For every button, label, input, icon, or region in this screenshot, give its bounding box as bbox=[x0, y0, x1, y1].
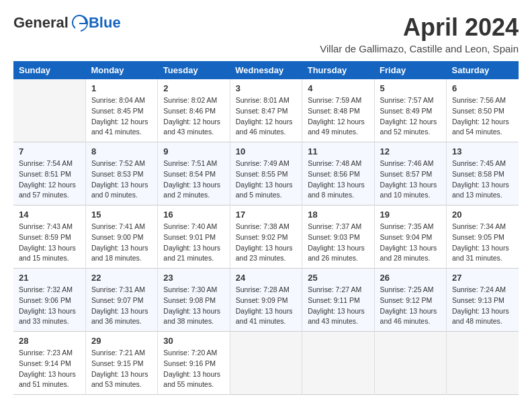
page-header: General Blue April 2024 Villar de Gallim… bbox=[13, 13, 519, 54]
day-number: 24 bbox=[236, 273, 296, 283]
day-info: Sunrise: 7:49 AM Sunset: 8:55 PM Dayligh… bbox=[236, 158, 296, 201]
day-info: Sunrise: 7:51 AM Sunset: 8:54 PM Dayligh… bbox=[163, 158, 224, 201]
column-header-friday: Friday bbox=[374, 61, 446, 79]
calendar-cell: 4Sunrise: 7:59 AM Sunset: 8:48 PM Daylig… bbox=[302, 79, 374, 142]
day-number: 28 bbox=[19, 336, 80, 346]
day-info: Sunrise: 7:23 AM Sunset: 9:14 PM Dayligh… bbox=[19, 348, 80, 390]
logo-blue-text: Blue bbox=[89, 15, 121, 30]
column-header-saturday: Saturday bbox=[447, 61, 519, 79]
day-number: 5 bbox=[380, 83, 441, 93]
day-info: Sunrise: 7:20 AM Sunset: 9:16 PM Dayligh… bbox=[163, 348, 224, 390]
calendar-cell: 23Sunrise: 7:30 AM Sunset: 9:08 PM Dayli… bbox=[158, 269, 230, 332]
calendar-week-row: 14Sunrise: 7:43 AM Sunset: 8:59 PM Dayli… bbox=[13, 205, 519, 269]
day-info: Sunrise: 7:30 AM Sunset: 9:08 PM Dayligh… bbox=[163, 285, 224, 327]
day-number: 12 bbox=[380, 146, 441, 156]
day-number: 14 bbox=[19, 210, 80, 220]
day-info: Sunrise: 7:38 AM Sunset: 9:02 PM Dayligh… bbox=[236, 222, 296, 264]
column-header-thursday: Thursday bbox=[302, 61, 374, 79]
day-number: 9 bbox=[163, 146, 224, 156]
day-number: 15 bbox=[91, 210, 152, 220]
day-number: 6 bbox=[452, 83, 513, 93]
calendar-cell: 1Sunrise: 8:04 AM Sunset: 8:45 PM Daylig… bbox=[85, 79, 157, 142]
day-number: 27 bbox=[452, 273, 513, 283]
day-info: Sunrise: 7:37 AM Sunset: 9:03 PM Dayligh… bbox=[308, 222, 368, 264]
day-info: Sunrise: 7:32 AM Sunset: 9:06 PM Dayligh… bbox=[19, 285, 80, 327]
day-info: Sunrise: 7:27 AM Sunset: 9:11 PM Dayligh… bbox=[308, 285, 368, 327]
calendar-cell: 25Sunrise: 7:27 AM Sunset: 9:11 PM Dayli… bbox=[302, 269, 374, 332]
calendar-cell: 18Sunrise: 7:37 AM Sunset: 9:03 PM Dayli… bbox=[302, 205, 374, 269]
day-info: Sunrise: 7:24 AM Sunset: 9:13 PM Dayligh… bbox=[452, 285, 513, 327]
day-info: Sunrise: 7:45 AM Sunset: 8:58 PM Dayligh… bbox=[452, 158, 513, 201]
calendar-cell: 10Sunrise: 7:49 AM Sunset: 8:55 PM Dayli… bbox=[230, 142, 302, 205]
day-number: 25 bbox=[308, 273, 368, 283]
day-number: 26 bbox=[380, 273, 441, 283]
logo-icon bbox=[70, 13, 89, 32]
day-info: Sunrise: 7:43 AM Sunset: 8:59 PM Dayligh… bbox=[19, 222, 80, 264]
calendar-cell: 14Sunrise: 7:43 AM Sunset: 8:59 PM Dayli… bbox=[13, 205, 85, 269]
day-number: 22 bbox=[91, 273, 152, 283]
calendar-table: SundayMondayTuesdayWednesdayThursdayFrid… bbox=[13, 61, 519, 395]
day-info: Sunrise: 7:56 AM Sunset: 8:50 PM Dayligh… bbox=[452, 95, 513, 138]
column-header-wednesday: Wednesday bbox=[230, 61, 302, 79]
location-text: Villar de Gallimazo, Castille and Leon, … bbox=[320, 43, 519, 54]
calendar-week-row: 7Sunrise: 7:54 AM Sunset: 8:51 PM Daylig… bbox=[13, 142, 519, 205]
day-number: 21 bbox=[19, 273, 80, 283]
day-number: 3 bbox=[236, 83, 296, 93]
day-info: Sunrise: 8:02 AM Sunset: 8:46 PM Dayligh… bbox=[163, 95, 224, 138]
day-number: 1 bbox=[91, 83, 152, 93]
column-header-tuesday: Tuesday bbox=[158, 61, 230, 79]
day-info: Sunrise: 8:04 AM Sunset: 8:45 PM Dayligh… bbox=[91, 95, 152, 138]
calendar-cell: 11Sunrise: 7:48 AM Sunset: 8:56 PM Dayli… bbox=[302, 142, 374, 205]
calendar-cell: 22Sunrise: 7:31 AM Sunset: 9:07 PM Dayli… bbox=[85, 269, 157, 332]
day-number: 4 bbox=[308, 83, 368, 93]
day-number: 8 bbox=[91, 146, 152, 156]
calendar-cell: 9Sunrise: 7:51 AM Sunset: 8:54 PM Daylig… bbox=[158, 142, 230, 205]
calendar-cell bbox=[447, 332, 519, 395]
calendar-cell: 29Sunrise: 7:21 AM Sunset: 9:15 PM Dayli… bbox=[85, 332, 157, 395]
logo: General Blue bbox=[13, 13, 121, 32]
calendar-cell: 7Sunrise: 7:54 AM Sunset: 8:51 PM Daylig… bbox=[13, 142, 85, 205]
day-info: Sunrise: 7:41 AM Sunset: 9:00 PM Dayligh… bbox=[91, 222, 152, 264]
column-header-sunday: Sunday bbox=[13, 61, 85, 79]
title-area: April 2024 Villar de Gallimazo, Castille… bbox=[320, 13, 519, 54]
logo-general-text: General bbox=[13, 15, 69, 30]
day-info: Sunrise: 7:25 AM Sunset: 9:12 PM Dayligh… bbox=[380, 285, 441, 327]
day-info: Sunrise: 7:28 AM Sunset: 9:09 PM Dayligh… bbox=[236, 285, 296, 327]
day-number: 30 bbox=[163, 336, 224, 346]
day-info: Sunrise: 7:31 AM Sunset: 9:07 PM Dayligh… bbox=[91, 285, 152, 327]
calendar-cell: 28Sunrise: 7:23 AM Sunset: 9:14 PM Dayli… bbox=[13, 332, 85, 395]
calendar-cell: 16Sunrise: 7:40 AM Sunset: 9:01 PM Dayli… bbox=[158, 205, 230, 269]
column-header-monday: Monday bbox=[85, 61, 157, 79]
calendar-cell bbox=[374, 332, 446, 395]
day-info: Sunrise: 7:21 AM Sunset: 9:15 PM Dayligh… bbox=[91, 348, 152, 390]
calendar-header-row: SundayMondayTuesdayWednesdayThursdayFrid… bbox=[13, 61, 519, 79]
calendar-cell: 15Sunrise: 7:41 AM Sunset: 9:00 PM Dayli… bbox=[85, 205, 157, 269]
calendar-cell: 3Sunrise: 8:01 AM Sunset: 8:47 PM Daylig… bbox=[230, 79, 302, 142]
calendar-week-row: 1Sunrise: 8:04 AM Sunset: 8:45 PM Daylig… bbox=[13, 79, 519, 142]
calendar-cell: 27Sunrise: 7:24 AM Sunset: 9:13 PM Dayli… bbox=[447, 269, 519, 332]
day-info: Sunrise: 7:40 AM Sunset: 9:01 PM Dayligh… bbox=[163, 222, 224, 264]
calendar-cell: 6Sunrise: 7:56 AM Sunset: 8:50 PM Daylig… bbox=[447, 79, 519, 142]
calendar-cell: 19Sunrise: 7:35 AM Sunset: 9:04 PM Dayli… bbox=[374, 205, 446, 269]
calendar-cell: 24Sunrise: 7:28 AM Sunset: 9:09 PM Dayli… bbox=[230, 269, 302, 332]
calendar-cell: 26Sunrise: 7:25 AM Sunset: 9:12 PM Dayli… bbox=[374, 269, 446, 332]
calendar-cell bbox=[13, 79, 85, 142]
day-info: Sunrise: 7:34 AM Sunset: 9:05 PM Dayligh… bbox=[452, 222, 513, 264]
day-number: 11 bbox=[308, 146, 368, 156]
calendar-cell: 30Sunrise: 7:20 AM Sunset: 9:16 PM Dayli… bbox=[158, 332, 230, 395]
calendar-cell: 20Sunrise: 7:34 AM Sunset: 9:05 PM Dayli… bbox=[447, 205, 519, 269]
calendar-cell: 2Sunrise: 8:02 AM Sunset: 8:46 PM Daylig… bbox=[158, 79, 230, 142]
day-info: Sunrise: 7:59 AM Sunset: 8:48 PM Dayligh… bbox=[308, 95, 368, 138]
calendar-cell: 13Sunrise: 7:45 AM Sunset: 8:58 PM Dayli… bbox=[447, 142, 519, 205]
day-number: 10 bbox=[236, 146, 296, 156]
day-info: Sunrise: 8:01 AM Sunset: 8:47 PM Dayligh… bbox=[236, 95, 296, 138]
day-info: Sunrise: 7:48 AM Sunset: 8:56 PM Dayligh… bbox=[308, 158, 368, 201]
day-info: Sunrise: 7:52 AM Sunset: 8:53 PM Dayligh… bbox=[91, 158, 152, 201]
calendar-week-row: 28Sunrise: 7:23 AM Sunset: 9:14 PM Dayli… bbox=[13, 332, 519, 395]
day-number: 18 bbox=[308, 210, 368, 220]
day-number: 2 bbox=[163, 83, 224, 93]
day-info: Sunrise: 7:54 AM Sunset: 8:51 PM Dayligh… bbox=[19, 158, 80, 201]
day-number: 7 bbox=[19, 146, 80, 156]
month-title: April 2024 bbox=[320, 13, 519, 42]
day-info: Sunrise: 7:46 AM Sunset: 8:57 PM Dayligh… bbox=[380, 158, 441, 201]
